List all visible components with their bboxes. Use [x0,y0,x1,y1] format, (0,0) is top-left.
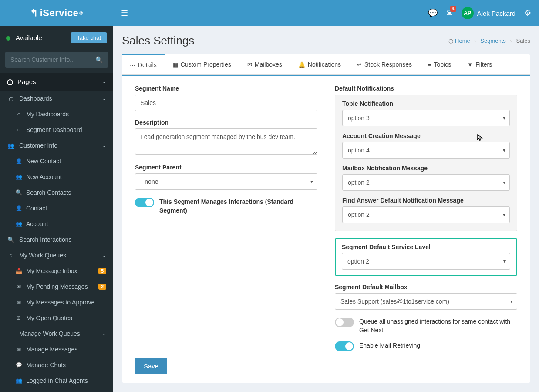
nav-header-pages[interactable]: Pages ⌄ [0,73,113,91]
list-icon: ≡ [428,61,431,68]
segment-name-label: Segment Name [135,85,317,92]
ellipsis-icon: ⋯ [130,62,135,68]
crumb-current: Sales [516,37,530,44]
tabs: ⋯Details ▦Custom Properties ✉Mailboxes 🔔… [122,54,530,75]
user-menu[interactable]: AP Alek Packard [462,7,515,19]
nav-logged-in-agents[interactable]: 👥Logged in Chat Agents [0,373,113,389]
mail-icon[interactable]: ✉ 4 [446,8,453,18]
service-level-label: Segment Default Service Lavel [342,243,510,250]
avatar: AP [462,7,474,19]
users-plus-icon: 👥 [15,174,23,180]
settings-gears-icon[interactable]: ⚙ [524,8,531,18]
nav-contact[interactable]: 👤Contact [0,200,113,216]
queue-unassigned-toggle[interactable] [335,318,354,327]
crumb-home[interactable]: Home [455,37,470,44]
nav-new-account[interactable]: 👥New Account [0,169,113,185]
filter-icon: ▼ [467,61,473,68]
reply-icon: ↩ [357,61,362,68]
default-notifications-box: Topic Notification option 3 Account Crea… [335,95,517,231]
tab-notifications[interactable]: 🔔Notifications [290,54,349,74]
bell-icon: 🔔 [298,61,305,68]
search-icon[interactable]: 🔍 [95,56,103,63]
nav-my-dashboards[interactable]: ○My Dashboards [0,106,113,122]
tab-mailboxes[interactable]: ✉Mailboxes [239,54,290,74]
search-input[interactable] [10,56,95,63]
mailbox-notification-select[interactable]: option 2 [342,174,510,191]
nav-my-messages-approve[interactable]: ✉My Messages to Approve [0,294,113,310]
circle-o-icon: ○ [7,252,15,259]
service-level-select[interactable]: option 2 [342,253,510,270]
nav-dashboards[interactable]: ◷Dashboards ⌄ [0,91,113,106]
circle-icon [7,79,13,85]
description-input[interactable]: Lead generation segment managed by the b… [135,128,317,155]
envelope-icon: ✉ [15,346,23,352]
circle-o-icon: ○ [15,127,23,133]
chevron-down-icon: ⌄ [102,253,106,258]
find-answer-select[interactable]: option 2 [342,206,510,223]
file-icon: 🗎 [15,315,23,321]
comments-icon: 💬 [15,362,23,368]
description-label: Description [135,119,317,126]
dashboard-icon: ◷ [7,95,15,102]
service-level-highlight: Segment Default Service Lavel option 2 [335,238,517,276]
segment-parent-label: Segment Parent [135,164,317,171]
segment-name-input[interactable] [135,95,317,111]
inbox-icon: 📥 [15,268,23,274]
chat-icon[interactable]: 💬 [428,8,438,18]
chevron-down-icon: ⌄ [102,96,106,101]
envelope-icon: ✉ [247,61,252,68]
badge-count: 5 [98,268,106,274]
user-agents-icon: 👥 [15,378,23,384]
nav-manage-chats[interactable]: 💬Manage Chats [0,357,113,373]
user-name: Alek Packard [477,10,515,17]
brand-logo: ↰iService® [0,0,113,26]
nav-new-contact[interactable]: 👤New Contact [0,153,113,169]
nav-manage-work-queues[interactable]: ≡Manage Work Queues ⌄ [0,326,113,341]
manages-interactions-toggle[interactable] [135,198,154,207]
default-mailbox-select[interactable]: Sales Support (sales@1to1service.com) [335,293,517,310]
nav-my-open-quotes[interactable]: 🗎My Open Quotes [0,310,113,326]
status-dot-icon [6,36,10,41]
default-mailbox-label: Segment Default Mailbox [335,284,517,291]
grid-icon: ▦ [173,61,178,68]
save-button[interactable]: Save [135,358,167,374]
nav-my-work-queues[interactable]: ○My Work Queues ⌄ [0,247,113,263]
default-notifications-label: Default Notifications [335,85,517,92]
chevron-down-icon: ⌄ [102,79,106,84]
envelope-icon: ✉ [15,284,23,290]
topic-notification-select[interactable]: option 3 [342,110,510,126]
nav-search-interactions[interactable]: 🔍Search Interactions [0,232,113,247]
nav-search-contacts[interactable]: 🔍Search Contacts [0,185,113,200]
user-icon: 👤 [15,205,23,211]
nav-my-pending-messages[interactable]: ✉My Pending Messages 2 [0,279,113,294]
manages-interactions-label: This Segment Manages Interactions (Stand… [159,198,317,215]
segment-parent-select[interactable]: --none-- [135,173,317,190]
nav-my-message-inbox[interactable]: 📥My Message Inbox 5 [0,263,113,279]
user-plus-icon: 👤 [15,158,23,164]
find-answer-label: Find Answer Default Notification Message [342,197,510,204]
details-panel: Segment Name Description Lead generation… [122,75,530,383]
tab-details[interactable]: ⋯Details [122,54,165,74]
sidebar-search[interactable]: 🔍 [5,52,108,68]
sidebar: ↰iService® Available Take chat 🔍 Pages ⌄… [0,0,113,392]
nav-manage-messages[interactable]: ✉Manage Messages [0,341,113,357]
tab-stock-responses[interactable]: ↩Stock Responses [349,54,420,74]
dashboard-icon: ◷ [448,37,453,44]
crumb-segments[interactable]: Segments [480,37,506,44]
tab-topics[interactable]: ≡Topics [420,54,459,74]
nav-customer-info[interactable]: 👥Customer Info ⌄ [0,138,113,153]
enable-mail-toggle[interactable] [335,341,354,351]
take-chat-button[interactable]: Take chat [71,32,107,43]
chevron-down-icon: ⌄ [102,143,106,149]
account-creation-select[interactable]: option 4 [342,142,510,159]
account-creation-label: Account Creation Message [342,132,510,139]
tab-filters[interactable]: ▼Filters [459,54,500,74]
menu-toggle-icon[interactable]: ☰ [121,8,128,18]
page-title: Sales Settings [122,34,194,47]
status-label: Available [16,34,42,41]
enable-mail-label: Enable Mail Retrieving [359,341,420,350]
nav-account[interactable]: 👥Account [0,216,113,232]
nav-segment-dashboard[interactable]: ○Segment Dashboard [0,122,113,138]
tab-custom-properties[interactable]: ▦Custom Properties [165,54,239,74]
topbar: ☰ 💬 ✉ 4 AP Alek Packard ⚙ [113,0,539,26]
